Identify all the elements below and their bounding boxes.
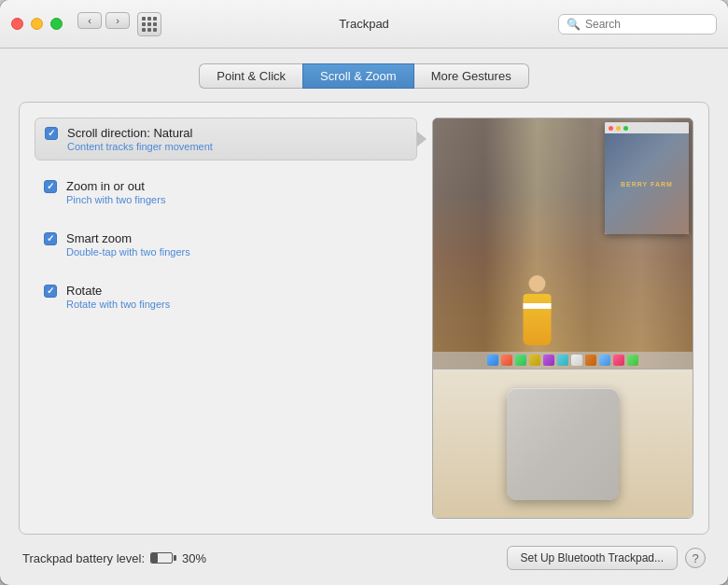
tab-bar: Point & Click Scroll & Zoom More Gesture… xyxy=(19,63,709,89)
person-body xyxy=(523,294,551,345)
minimize-button[interactable] xyxy=(31,18,43,30)
person-stripe xyxy=(523,303,551,309)
content: Point & Click Scroll & Zoom More Gesture… xyxy=(0,49,728,585)
search-icon: 🔍 xyxy=(567,18,581,31)
preview-screen: BERRY FARM xyxy=(433,118,693,369)
person-head xyxy=(528,275,545,292)
dock-icon xyxy=(627,355,638,366)
options-panel: ✓ Scroll direction: Natural Content trac… xyxy=(35,118,417,519)
battery-fill xyxy=(151,553,158,563)
dock-icon xyxy=(585,355,596,366)
dock-icon xyxy=(557,355,568,366)
titlebar: ‹ › Trackpad 🔍 xyxy=(0,0,728,49)
option-title-scroll-direction: Scroll direction: Natural xyxy=(67,126,213,140)
checkbox-scroll-direction[interactable]: ✓ xyxy=(45,127,58,140)
battery-percent: 30% xyxy=(182,551,206,565)
option-text-rotate: Rotate Rotate with two fingers xyxy=(66,284,170,310)
battery-body xyxy=(150,552,173,564)
forward-button[interactable]: › xyxy=(105,12,130,29)
maximize-button[interactable] xyxy=(50,18,63,30)
setup-bluetooth-button[interactable]: Set Up Bluetooth Trackpad... xyxy=(507,546,678,570)
traffic-lights xyxy=(11,18,63,30)
grid-dot xyxy=(142,22,146,26)
grid-dot xyxy=(147,22,151,26)
dock-icon xyxy=(487,355,498,366)
mini-titlebar xyxy=(605,122,689,133)
selected-arrow-icon xyxy=(417,132,427,146)
back-button[interactable]: ‹ xyxy=(77,12,102,29)
screen-photo-bg: BERRY FARM xyxy=(433,118,693,369)
option-scroll-direction-wrapper: ✓ Scroll direction: Natural Content trac… xyxy=(35,118,417,160)
bottom-right: Set Up Bluetooth Trackpad... ? xyxy=(507,546,706,570)
window-title: Trackpad xyxy=(339,17,389,31)
help-button[interactable]: ? xyxy=(685,548,706,568)
dock-icon xyxy=(501,355,512,366)
option-text-scroll-direction: Scroll direction: Natural Content tracks… xyxy=(67,126,213,152)
grid-dot xyxy=(142,17,146,21)
search-input[interactable] xyxy=(585,18,708,31)
person-figure xyxy=(521,275,553,350)
checkbox-zoom[interactable]: ✓ xyxy=(44,180,57,193)
dock-icon xyxy=(571,355,582,366)
grid-dot xyxy=(147,17,151,21)
preview-panel: BERRY FARM xyxy=(432,118,693,519)
checkmark-icon: ✓ xyxy=(48,129,55,138)
berry-farm-text: BERRY FARM xyxy=(621,181,673,188)
checkmark-icon: ✓ xyxy=(47,234,54,244)
option-subtitle-scroll-direction: Content tracks finger movement xyxy=(67,141,213,152)
checkbox-smart-zoom[interactable]: ✓ xyxy=(44,232,57,245)
checkmark-icon: ✓ xyxy=(47,182,54,191)
option-rotate[interactable]: ✓ Rotate Rotate with two fingers xyxy=(35,276,417,317)
option-subtitle-smart-zoom: Double-tap with two fingers xyxy=(66,246,190,258)
window: ‹ › Trackpad 🔍 xyxy=(0,0,728,585)
option-subtitle-zoom: Pinch with two fingers xyxy=(66,194,165,205)
trackpad-device xyxy=(507,388,619,500)
main-panel: ✓ Scroll direction: Natural Content trac… xyxy=(19,102,709,535)
grid-dot xyxy=(153,17,157,21)
option-zoom[interactable]: ✓ Zoom in or out Pinch with two fingers xyxy=(35,172,417,213)
dock-icon xyxy=(543,355,554,366)
grid-dot xyxy=(142,28,146,32)
battery-info: Trackpad battery level: 30% xyxy=(22,551,206,565)
option-scroll-direction[interactable]: ✓ Scroll direction: Natural Content trac… xyxy=(35,118,417,160)
dock-icon xyxy=(599,355,610,366)
option-smart-zoom[interactable]: ✓ Smart zoom Double-tap with two fingers xyxy=(35,224,417,265)
grid-button[interactable] xyxy=(137,12,161,36)
option-title-zoom: Zoom in or out xyxy=(66,179,165,193)
dock-icon xyxy=(515,355,526,366)
grid-dot xyxy=(153,22,157,26)
option-subtitle-rotate: Rotate with two fingers xyxy=(66,299,170,310)
mac-window-overlay: BERRY FARM xyxy=(605,122,689,234)
mini-screen-body: BERRY FARM xyxy=(605,133,689,234)
option-title-smart-zoom: Smart zoom xyxy=(66,231,190,245)
search-bar[interactable]: 🔍 xyxy=(558,14,717,35)
preview-trackpad xyxy=(433,369,693,518)
mini-maximize-dot xyxy=(623,126,628,131)
dock-bar xyxy=(433,352,693,369)
battery-tip xyxy=(174,555,176,561)
tab-more-gestures[interactable]: More Gestures xyxy=(414,63,529,89)
bottom-bar: Trackpad battery level: 30% Set Up Bluet… xyxy=(19,546,709,570)
grid-dot xyxy=(153,28,157,32)
mini-minimize-dot xyxy=(616,126,621,131)
dock-icon xyxy=(529,355,540,366)
option-text-zoom: Zoom in or out Pinch with two fingers xyxy=(66,179,165,205)
nav-buttons: ‹ › xyxy=(77,12,161,36)
option-title-rotate: Rotate xyxy=(66,284,170,298)
checkbox-rotate[interactable]: ✓ xyxy=(44,285,57,298)
close-button[interactable] xyxy=(11,18,23,30)
grid-dot xyxy=(147,28,151,32)
mini-close-dot xyxy=(609,126,613,131)
battery-icon xyxy=(150,552,176,564)
tab-scroll-zoom[interactable]: Scroll & Zoom xyxy=(302,63,414,89)
option-text-smart-zoom: Smart zoom Double-tap with two fingers xyxy=(66,231,190,258)
tab-point-click[interactable]: Point & Click xyxy=(199,63,302,89)
battery-label: Trackpad battery level: xyxy=(22,551,145,565)
checkmark-icon: ✓ xyxy=(47,286,54,296)
dock-icon xyxy=(613,355,624,366)
